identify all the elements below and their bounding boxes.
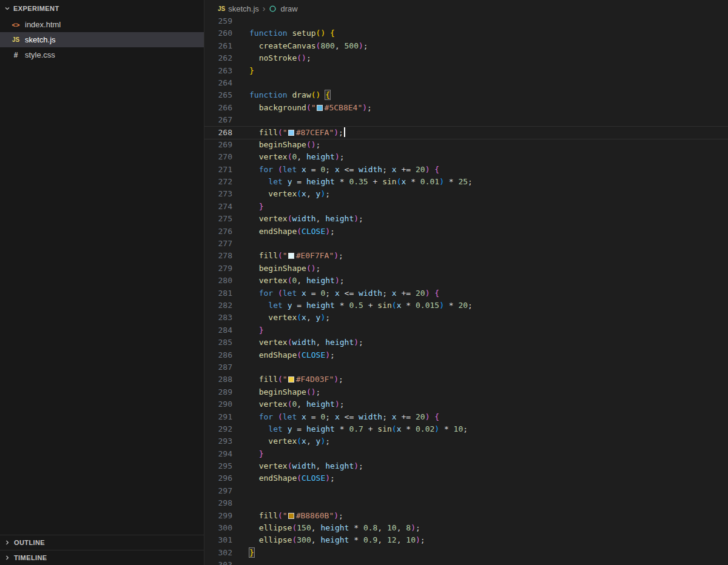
code-line[interactable]: 285 vertex(width, height); (204, 336, 728, 349)
token: , (316, 214, 326, 223)
code-line[interactable]: 262 noStroke(); (204, 52, 728, 64)
code-text: fill("#87CEFA"); (242, 127, 345, 139)
token: " (283, 511, 288, 520)
token: ) (334, 375, 339, 384)
token: vertex (259, 461, 288, 470)
token (249, 436, 268, 446)
code-line[interactable]: 295 vertex(width, height); (204, 460, 728, 472)
code-line[interactable]: 292 let y = height * 0.7 + sin(x * 0.02)… (204, 423, 728, 435)
code-line[interactable]: 276 endShape(CLOSE); (204, 226, 728, 238)
code-line[interactable]: 264 (204, 77, 728, 89)
code-line[interactable]: 268 fill("#87CEFA"); (204, 127, 728, 139)
code-line[interactable]: 297 (204, 485, 728, 497)
code-line[interactable]: 274 } (204, 201, 728, 213)
token: " (283, 251, 288, 260)
token (249, 289, 259, 298)
code-line[interactable]: 284 } (204, 324, 728, 336)
explorer-folder-header[interactable]: EXPERIMENT (0, 0, 204, 17)
token: , (397, 523, 406, 532)
code-line[interactable]: 300 ellipse(150, height * 0.8, 10, 8); (204, 522, 728, 534)
code-text: beginShape(); (242, 139, 320, 151)
code-line[interactable]: 266 background("#5CB8E4"); (204, 102, 728, 114)
token: ) (334, 128, 339, 137)
code-text: } (242, 324, 263, 336)
token (249, 350, 259, 359)
timeline-section-header[interactable]: TIMELINE (0, 550, 204, 565)
code-line[interactable]: 279 beginShape(); (204, 262, 728, 275)
code-line[interactable]: 290 vertex(0, height); (204, 398, 728, 410)
token: let (268, 301, 282, 310)
file-item-style-css[interactable]: # style.css (0, 47, 204, 62)
code-line[interactable]: 299 fill("#B8860B"); (204, 510, 728, 522)
code-line[interactable]: 288 fill("#F4D03F"); (204, 373, 728, 386)
token: , (297, 276, 306, 285)
code-line[interactable]: 273 vertex(x, y); (204, 188, 728, 200)
token: endShape (259, 473, 297, 483)
code-line[interactable]: 272 let y = height * 0.35 + sin(x * 0.01… (204, 176, 728, 188)
token: 20 (416, 412, 425, 421)
code-line[interactable]: 293 vertex(x, y); (204, 435, 728, 447)
token: 800 (320, 41, 334, 50)
token: ; (367, 103, 372, 112)
token: ; (416, 523, 420, 532)
code-line[interactable]: 280 vertex(0, height); (204, 275, 728, 287)
token: vertex (259, 214, 288, 223)
code-line[interactable]: 303 (204, 559, 728, 565)
code-line[interactable]: 296 endShape(CLOSE); (204, 472, 728, 484)
code-line[interactable]: 269 beginShape(); (204, 139, 728, 151)
chevron-right-icon (4, 539, 11, 546)
token (249, 424, 268, 433)
token: width (292, 461, 315, 470)
token: height (306, 400, 335, 409)
code-line[interactable]: 277 (204, 238, 728, 250)
token: ( (278, 128, 283, 137)
code-line[interactable]: 278 fill("#E0F7FA"); (204, 250, 728, 262)
token: ) (434, 424, 439, 433)
code-line[interactable]: 259 (204, 15, 728, 27)
breadcrumb: JS sketch.js › draw (204, 0, 728, 17)
token: ; (340, 152, 345, 161)
token: , (335, 41, 345, 50)
code-line[interactable]: 270 vertex(0, height); (204, 151, 728, 163)
breadcrumb-file[interactable]: sketch.js (228, 4, 259, 13)
file-item-index-html[interactable]: <> index.html (0, 17, 204, 32)
code-line[interactable]: 289 beginShape(); (204, 386, 728, 398)
token: setup (292, 28, 315, 38)
code-line[interactable]: 291 for (let x = 0; x <= width; x += 20)… (204, 411, 728, 423)
token: 8 (406, 523, 411, 532)
code-line[interactable]: 287 (204, 361, 728, 373)
code-line[interactable]: 294 } (204, 448, 728, 460)
file-item-sketch-js[interactable]: JS sketch.js (0, 32, 204, 47)
code-line[interactable]: 283 vertex(x, y); (204, 312, 728, 324)
token: vertex (259, 338, 288, 347)
code-text: } (242, 448, 263, 460)
code-line[interactable]: 282 let y = height * 0.5 + sin(x * 0.015… (204, 299, 728, 312)
token (249, 214, 259, 223)
code-line[interactable]: 286 endShape(CLOSE); (204, 349, 728, 361)
code-line[interactable]: 265function draw() { (204, 89, 728, 101)
code-lines[interactable]: 259260function setup() {261 createCanvas… (204, 15, 728, 565)
code-line[interactable]: 260function setup() { (204, 27, 728, 39)
token: ; (359, 214, 363, 223)
code-line[interactable]: 261 createCanvas(800, 500); (204, 40, 728, 52)
token: ( (278, 251, 283, 260)
code-line[interactable]: 263} (204, 65, 728, 77)
code-line[interactable]: 275 vertex(width, height); (204, 213, 728, 225)
line-number: 260 (204, 27, 242, 39)
token: 500 (345, 41, 359, 50)
code-line[interactable]: 302} (204, 547, 728, 559)
code-line[interactable]: 271 for (let x = 0; x <= width; x += 20)… (204, 164, 728, 176)
outline-section-header[interactable]: OUTLINE (0, 535, 204, 550)
code-line[interactable]: 267 (204, 114, 728, 126)
code-line[interactable]: 298 (204, 497, 728, 509)
line-number: 303 (204, 559, 242, 565)
breadcrumb-symbol[interactable]: draw (280, 4, 297, 13)
token: draw (292, 90, 311, 99)
token: ( (297, 189, 302, 198)
token: ( (297, 313, 302, 322)
code-text: vertex(width, height); (242, 460, 363, 472)
code-line[interactable]: 281 for (let x = 0; x <= width; x += 20)… (204, 287, 728, 299)
token (249, 461, 259, 470)
code-line[interactable]: 301 ellipse(300, height * 0.9, 12, 10); (204, 534, 728, 546)
token: x (302, 189, 306, 198)
